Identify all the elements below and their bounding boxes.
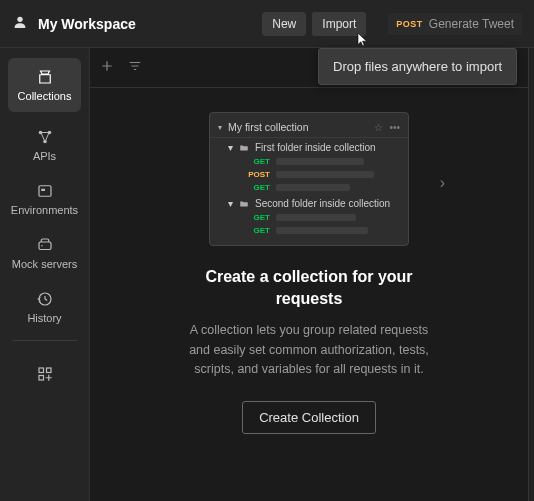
request-placeholder — [276, 214, 356, 221]
illus-title: My first collection — [228, 121, 368, 133]
request-placeholder — [276, 227, 368, 234]
folder-icon — [239, 199, 249, 209]
sidebar-item-history[interactable]: History — [0, 280, 89, 334]
method-post: POST — [244, 170, 270, 179]
apis-icon — [36, 128, 54, 146]
chevron-right-icon[interactable]: › — [440, 174, 445, 192]
empty-state: ▾ My first collection ☆ ••• ▾ First fold… — [90, 88, 528, 501]
chevron-down-icon: ▾ — [218, 123, 222, 132]
svg-rect-5 — [41, 189, 45, 191]
method-get: GET — [244, 213, 270, 222]
illus-folder: ▾ First folder inside collection — [210, 138, 408, 155]
svg-point-7 — [41, 245, 43, 247]
sidebar: Collections APIs Environments Mock serve… — [0, 48, 90, 501]
sidebar-item-label: History — [27, 312, 61, 324]
method-get: GET — [244, 157, 270, 166]
folder-label: Second folder inside collection — [255, 198, 390, 209]
sidebar-item-label: APIs — [33, 150, 56, 162]
right-pane-edge[interactable] — [528, 48, 534, 501]
svg-rect-10 — [46, 368, 51, 373]
sidebar-item-collections[interactable]: Collections — [8, 58, 81, 112]
collections-icon — [36, 68, 54, 86]
tab-label: Generate Tweet — [429, 17, 514, 31]
folder-icon — [239, 143, 249, 153]
illus-folder: ▾ Second folder inside collection — [210, 194, 408, 211]
filter-button[interactable] — [128, 59, 142, 77]
sidebar-item-label: Mock servers — [12, 258, 77, 270]
svg-rect-6 — [39, 242, 51, 250]
grid-plus-icon — [36, 365, 54, 383]
chevron-down-icon: ▾ — [228, 142, 233, 153]
more-icon: ••• — [389, 122, 400, 133]
tab-generate-tweet[interactable]: POST Generate Tweet — [388, 13, 522, 35]
request-placeholder — [276, 158, 364, 165]
sidebar-item-apis[interactable]: APIs — [0, 118, 89, 172]
tab-strip: POST Generate Tweet — [388, 13, 522, 35]
create-collection-button[interactable]: Create Collection — [242, 401, 376, 434]
star-icon: ☆ — [374, 122, 383, 133]
user-icon[interactable] — [12, 14, 28, 34]
request-placeholder — [276, 184, 350, 191]
add-button[interactable] — [100, 59, 114, 77]
svg-rect-11 — [39, 376, 44, 381]
svg-point-0 — [17, 16, 22, 21]
chevron-down-icon: ▾ — [228, 198, 233, 209]
svg-point-3 — [43, 140, 47, 144]
import-button[interactable]: Import — [312, 12, 366, 36]
empty-heading: Create a collection for your requests — [189, 266, 429, 309]
history-icon — [36, 290, 54, 308]
request-placeholder — [276, 171, 374, 178]
import-tooltip: Drop files anywhere to import — [318, 48, 517, 85]
workspace-title[interactable]: My Workspace — [38, 16, 136, 32]
sidebar-item-label: Collections — [18, 90, 72, 102]
collection-illustration: ▾ My first collection ☆ ••• ▾ First fold… — [209, 112, 409, 246]
svg-rect-9 — [39, 368, 44, 373]
environments-icon — [36, 182, 54, 200]
method-get: GET — [244, 183, 270, 192]
top-header: My Workspace New Import POST Generate Tw… — [0, 0, 534, 48]
sidebar-item-mock-servers[interactable]: Mock servers — [0, 226, 89, 280]
sidebar-item-environments[interactable]: Environments — [0, 172, 89, 226]
empty-description: A collection lets you group related requ… — [189, 321, 429, 379]
folder-label: First folder inside collection — [255, 142, 376, 153]
sidebar-item-label: Environments — [11, 204, 78, 216]
new-button[interactable]: New — [262, 12, 306, 36]
mock-servers-icon — [36, 236, 54, 254]
method-get: GET — [244, 226, 270, 235]
sidebar-item-more[interactable] — [0, 355, 89, 393]
method-badge: POST — [396, 19, 423, 29]
